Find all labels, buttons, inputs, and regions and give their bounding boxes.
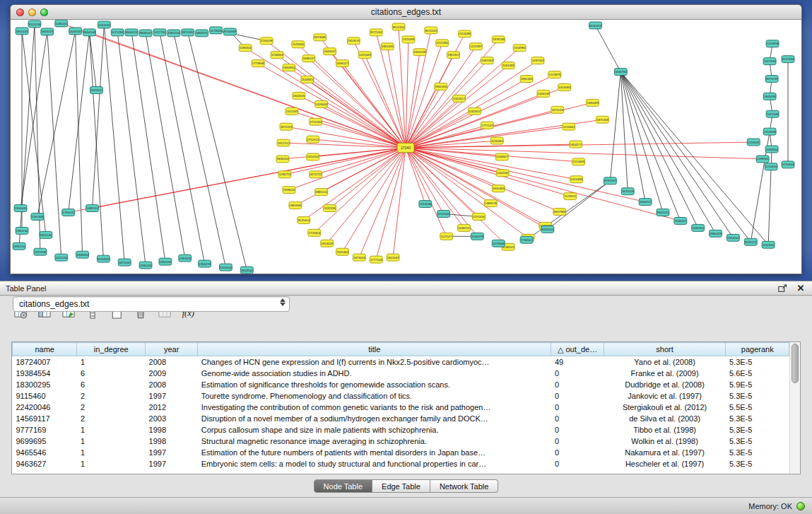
- graph-node[interactable]: 1061369: [502, 62, 514, 69]
- graph-node[interactable]: 2279026: [210, 27, 223, 34]
- graph-node[interactable]: 1221397: [469, 43, 482, 50]
- graph-node[interactable]: 1489131: [86, 205, 99, 212]
- graph-node[interactable]: 1186226: [55, 20, 68, 27]
- graph-node[interactable]: 1164160: [496, 170, 509, 177]
- table-row[interactable]: 969969511998Structural magnetic resonanc…: [13, 436, 789, 447]
- table-row[interactable]: 1830029562008Estimation of significance …: [13, 379, 789, 390]
- graph-node[interactable]: 1696127: [336, 60, 349, 67]
- tab-node-table[interactable]: Node Table: [314, 479, 372, 493]
- graph-node[interactable]: 1087343: [481, 57, 493, 64]
- graph-node[interactable]: 1904211: [639, 199, 652, 206]
- close-panel-icon[interactable]: ✕: [795, 284, 806, 293]
- graph-node[interactable]: 1553959: [763, 128, 776, 135]
- zoom-button[interactable]: [40, 8, 48, 16]
- graph-node[interactable]: 1261437: [98, 21, 110, 28]
- graph-node[interactable]: 1665204: [167, 30, 180, 37]
- graph-node[interactable]: 1961206: [159, 258, 172, 265]
- graph-node[interactable]: 1092451: [762, 241, 775, 248]
- float-panel-icon[interactable]: [777, 284, 788, 293]
- graph-node[interactable]: 1225443: [358, 52, 371, 59]
- graph-node[interactable]: 17240: [397, 144, 414, 153]
- column-header-indegree[interactable]: in_degree: [77, 343, 146, 356]
- graph-node[interactable]: 1586112: [674, 217, 687, 224]
- graph-node[interactable]: 1777143: [370, 256, 382, 263]
- graph-node[interactable]: 9132605: [97, 255, 110, 262]
- graph-node[interactable]: 9572242: [370, 29, 382, 36]
- graph-node[interactable]: 1723454: [308, 229, 321, 236]
- graph-node[interactable]: 1924504: [240, 267, 253, 274]
- graph-node[interactable]: 9806542: [139, 30, 152, 37]
- graph-node[interactable]: 1291309: [31, 213, 44, 220]
- graph-node[interactable]: 9156308: [223, 28, 236, 35]
- graph-node[interactable]: 1425018: [55, 254, 68, 261]
- graph-node[interactable]: 1097343: [531, 57, 544, 64]
- graph-node[interactable]: 1978748: [492, 36, 505, 43]
- graph-node[interactable]: 1696137: [302, 55, 315, 62]
- graph-node[interactable]: 1912752: [277, 139, 290, 146]
- column-header-name[interactable]: name: [13, 343, 77, 356]
- memory-ok-icon[interactable]: [796, 502, 805, 510]
- graph-node[interactable]: 1154980: [513, 45, 526, 52]
- graph-node[interactable]: 1642005: [293, 92, 305, 99]
- graph-node[interactable]: 9224504: [219, 264, 232, 271]
- graph-node[interactable]: 1845433: [763, 93, 776, 100]
- graph-node[interactable]: 1673044: [353, 254, 365, 261]
- graph-node[interactable]: 1830202: [276, 156, 289, 163]
- graph-node[interactable]: 9457986: [553, 209, 566, 216]
- graph-node[interactable]: 1605493: [492, 185, 505, 192]
- graph-node[interactable]: 1213979: [548, 71, 561, 78]
- graph-node[interactable]: 1938020: [283, 187, 295, 194]
- table-row[interactable]: 946362711997Embryonic stem cells: a mode…: [13, 458, 789, 469]
- graph-node[interactable]: 9245012: [541, 226, 554, 233]
- graph-node[interactable]: 9273743: [765, 76, 778, 83]
- network-select[interactable]: citations_edges.txt: [13, 296, 290, 312]
- graph-node[interactable]: 1426004: [315, 100, 328, 107]
- graph-node[interactable]: 7485083: [587, 99, 599, 106]
- table-row[interactable]: 1456911722003Disruption of a novel membe…: [13, 413, 789, 424]
- graph-node[interactable]: 1210642: [563, 123, 575, 130]
- graph-node[interactable]: 9985120: [315, 189, 328, 196]
- table-row[interactable]: 977716911998Corpus callosum shape and si…: [13, 424, 789, 436]
- graph-node[interactable]: 2240058: [260, 37, 273, 45]
- graph-node[interactable]: 1751263: [310, 118, 322, 125]
- graph-node[interactable]: 9245013: [744, 238, 757, 245]
- graph-node[interactable]: 9055130: [40, 231, 52, 238]
- graph-node[interactable]: 1813074: [347, 37, 360, 45]
- graph-node[interactable]: 1154088: [459, 30, 471, 37]
- graph-node[interactable]: 1322017: [453, 95, 466, 102]
- graph-node[interactable]: 1286713: [278, 171, 291, 178]
- graph-node[interactable]: 1216063: [490, 137, 503, 144]
- graph-node[interactable]: 1083954: [765, 146, 778, 153]
- graph-node[interactable]: 1880429: [710, 230, 722, 237]
- graph-node[interactable]: 1221390: [436, 40, 449, 47]
- vertical-scrollbar[interactable]: [789, 342, 800, 474]
- graph-node[interactable]: 2031105: [90, 86, 102, 93]
- graph-node[interactable]: 1514548: [419, 201, 432, 208]
- graph-node[interactable]: 7625464: [336, 248, 349, 255]
- graph-node[interactable]: 1961304: [520, 76, 533, 83]
- graph-node[interactable]: 9371092: [182, 29, 194, 36]
- graph-node[interactable]: 1159581: [747, 139, 760, 146]
- column-header-year[interactable]: year: [146, 343, 198, 356]
- graph-node[interactable]: 1251263: [286, 107, 298, 115]
- graph-node[interactable]: 1350202: [307, 153, 319, 160]
- graph-node[interactable]: 1604277: [570, 141, 582, 148]
- graph-node[interactable]: 1027443: [766, 110, 779, 117]
- graph-node[interactable]: 1579372: [564, 193, 577, 200]
- table-row[interactable]: 946554611997Estimation of the future num…: [13, 447, 789, 458]
- graph-node[interactable]: 9125414: [298, 216, 310, 223]
- graph-node[interactable]: 1154546: [437, 210, 450, 217]
- graph-node[interactable]: 1875318: [596, 116, 609, 123]
- graph-node[interactable]: 1137756: [153, 29, 166, 36]
- graph-node[interactable]: 1186304: [239, 45, 252, 52]
- graph-node[interactable]: 1579348: [492, 240, 505, 247]
- column-header-short[interactable]: short: [604, 343, 726, 356]
- graph-node[interactable]: 2043110: [69, 28, 82, 35]
- graph-node[interactable]: 1881933: [289, 202, 302, 209]
- tab-edge-table[interactable]: Edge Table: [372, 479, 430, 493]
- graph-node[interactable]: 1160678: [471, 233, 483, 240]
- graph-node[interactable]: 2043815: [301, 76, 314, 83]
- column-header-pagerank[interactable]: pagerank: [726, 343, 789, 356]
- graph-node[interactable]: 9120218: [28, 21, 41, 28]
- graph-node[interactable]: 1210444: [782, 161, 794, 168]
